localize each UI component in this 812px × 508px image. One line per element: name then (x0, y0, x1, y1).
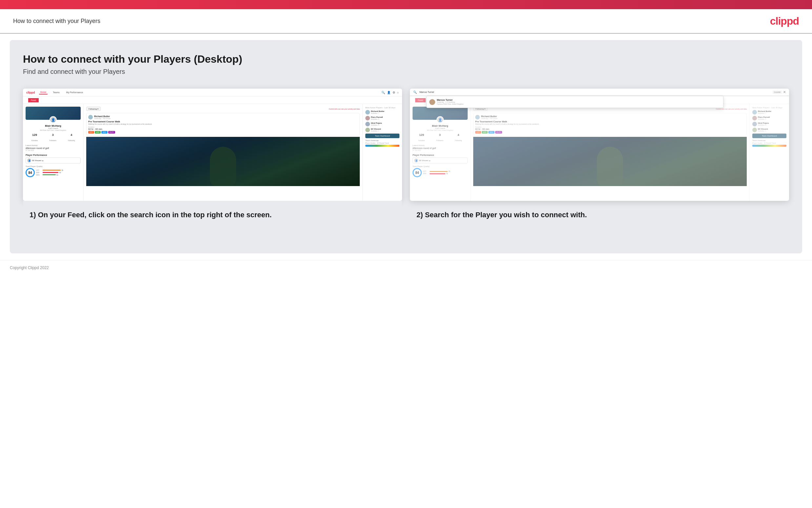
acts-2: 129 Activities (419, 133, 425, 142)
main-subtitle: Find and connect with your Players (23, 68, 789, 76)
player-1-acts: Activities: 7 (371, 112, 384, 114)
search-result-info: Marcus Turner Yesterday · 1.5 Handicap C… (437, 99, 463, 105)
followers-stat: 3 Followers (50, 133, 56, 142)
search-result-item[interactable]: Marcus Turner Yesterday · 1.5 Handicap C… (428, 98, 721, 106)
profile-banner: 👤 (26, 107, 81, 120)
player-2-info: Piers Parnell Activities: 4 (371, 116, 383, 120)
nav-icons: 🔍 👤 ⚙ ○ (381, 91, 399, 94)
avatar: 👤 (50, 116, 57, 123)
activity-card-desc: Walking the course with my coach to buil… (88, 123, 358, 125)
nav-teams[interactable]: Teams (51, 91, 61, 94)
latest-activity: Latest Activity Afternoon round of golf … (26, 144, 81, 151)
search-input[interactable]: Marcus Turner (418, 90, 773, 94)
search-result-name: Marcus Turner (437, 99, 463, 101)
ott-bar: OTT 79 (36, 169, 81, 171)
control-link[interactable]: Control who can see your activity and da… (329, 108, 360, 110)
app-body-2: 👤 Blair McHarg Golf Coach Mill Ride Golf… (410, 104, 789, 201)
player-performance-section: Player Performance 👤 Eli Vincent ▾ Total… (26, 154, 81, 177)
tag-arg: ARG (101, 131, 107, 134)
tab-bar: Feed (23, 96, 402, 104)
team-dashboard-btn[interactable]: Team Dashboard (365, 134, 399, 138)
player-select[interactable]: 👤 Eli Vincent ▾ (26, 158, 81, 163)
following-row: Following ▾ Control who can see your act… (86, 107, 360, 111)
activity-date: 27 Jul 2022 (26, 149, 81, 151)
duration-value: 02 hr : 00 min (88, 128, 358, 130)
search-result-club: Cypress Point Club, United Kingdom (437, 103, 463, 105)
activity-card: Richard Butler Yesterday · The Grove Pre… (86, 113, 360, 135)
copyright: Copyright Clippd 2022 (10, 265, 49, 270)
player-select-2: 👤 Eli Vincent ▾ (413, 158, 468, 163)
player-avatar-4 (365, 128, 370, 132)
player-3-info: Hiral Pujara Activities: 3 (371, 122, 382, 126)
golf-image-2 (473, 137, 747, 186)
activities-label: Activities (32, 139, 38, 141)
player-avatar-2 (365, 116, 370, 120)
screenshot-1: clippd Home Teams My Performance 🔍 👤 ⚙ ○… (23, 89, 402, 201)
user-info: Richard Butler Yesterday · The Grove (94, 115, 110, 120)
profile-banner-2: 👤 (413, 107, 468, 120)
search-bar-overlay: 🔍 Marcus Turner CLEAR ✕ (410, 89, 789, 96)
nav-performance[interactable]: My Performance (65, 91, 84, 94)
most-active-title: Most Active Players - Last 30 days (365, 107, 399, 109)
profile-name: Blair McHarg (26, 124, 81, 127)
team-heatmap-title: Team Heatmap (365, 139, 399, 141)
right-panel-1: Most Active Players - Last 30 days Richa… (363, 104, 402, 201)
app-bar-fill (43, 172, 58, 173)
following-stat: 4 Following (68, 133, 75, 142)
avatar-icon[interactable]: ○ (397, 91, 399, 94)
user-icon[interactable]: 👤 (387, 91, 391, 94)
dropdown-arrow: ▾ (42, 160, 43, 162)
quality-2: Total Player Quality 84 OTT 79 (413, 165, 468, 177)
search-icon-overlay: 🔍 (413, 91, 417, 94)
page-title: How to connect with your Players (13, 18, 100, 25)
profile-info: Blair McHarg Golf Coach Mill Ride Golf C… (26, 124, 81, 131)
quality-bars: OTT 79 APP 70 (36, 169, 81, 176)
player-avatar-3 (365, 122, 370, 126)
header: How to connect with your Players clippd (0, 9, 812, 34)
nav-home[interactable]: Home (39, 90, 48, 94)
followers-num: 3 (50, 133, 56, 136)
close-icon[interactable]: ✕ (783, 90, 786, 94)
sidebar-1: 👤 Blair McHarg Golf Coach Mill Ride Golf… (23, 104, 84, 201)
app-logo-1: clippd (26, 91, 35, 94)
player-item-4: Eli Vincent Activities: 1 (365, 128, 399, 132)
stats-row: 129 Activities 3 Followers 4 Following (26, 133, 81, 142)
search-icon[interactable]: 🔍 (381, 91, 385, 94)
quality-score: 84 OTT 79 APP (26, 168, 81, 177)
arg-bar-fill (43, 174, 56, 175)
user-meta: Yesterday · The Grove (94, 118, 110, 120)
player-item-1: Richard Butler Activities: 7 (365, 110, 399, 115)
caption-1: 1) On your Feed, click on the search ico… (23, 201, 402, 227)
ott-bar-fill (43, 170, 61, 171)
profile-info-2: Blair McHarg Golf Coach Mill Ride Golf C… (413, 124, 468, 131)
search-result-avatar (429, 99, 435, 105)
latest-label: Latest Activity (26, 144, 81, 146)
player-4-acts: Activities: 1 (371, 130, 381, 132)
settings-icon[interactable]: ⚙ (392, 91, 395, 94)
followers-label: Followers (50, 139, 56, 141)
quality-title: Total Player Quality (26, 165, 81, 167)
heatmap-bar (365, 145, 399, 147)
following-button[interactable]: Following ▾ (86, 107, 101, 111)
golfer-silhouette (210, 147, 236, 186)
player-avatar-1 (365, 110, 370, 115)
score-circle: 84 (26, 168, 35, 177)
player-1-info: Richard Butler Activities: 7 (371, 110, 384, 114)
golf-image (86, 137, 360, 186)
activity-title: Afternoon round of golf (26, 147, 81, 149)
player-item-2: Piers Parnell Activities: 4 (365, 116, 399, 120)
footer: Copyright Clippd 2022 (0, 260, 812, 275)
player-perf-2: Player Performance 👤 Eli Vincent ▾ Total… (413, 154, 468, 177)
app-body-1: 👤 Blair McHarg Golf Coach Mill Ride Golf… (23, 104, 402, 201)
main-title: How to connect with your Players (Deskto… (23, 53, 789, 65)
clippd-logo: clippd (770, 15, 799, 27)
tag-ott: OTT (88, 131, 94, 134)
clear-button[interactable]: CLEAR (773, 91, 782, 94)
user-avatar (88, 115, 93, 120)
following-2: 4 Following (455, 133, 462, 142)
activities-num: 129 (32, 133, 38, 136)
app-nav-1: clippd Home Teams My Performance 🔍 👤 ⚙ ○ (23, 89, 402, 96)
feed-tab[interactable]: Feed (28, 98, 39, 102)
tag-putt: PUTT (108, 131, 115, 134)
screenshots-row: clippd Home Teams My Performance 🔍 👤 ⚙ ○… (23, 89, 789, 227)
